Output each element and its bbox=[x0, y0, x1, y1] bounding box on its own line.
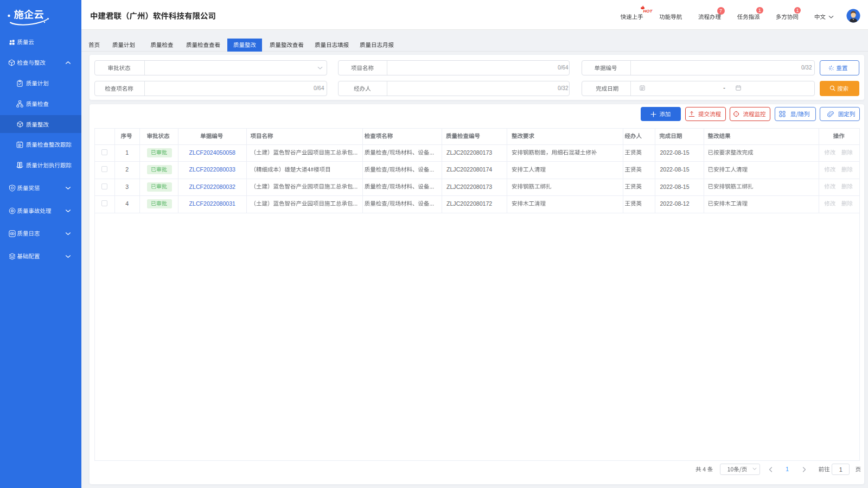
svg-text:HOT: HOT bbox=[643, 9, 653, 14]
